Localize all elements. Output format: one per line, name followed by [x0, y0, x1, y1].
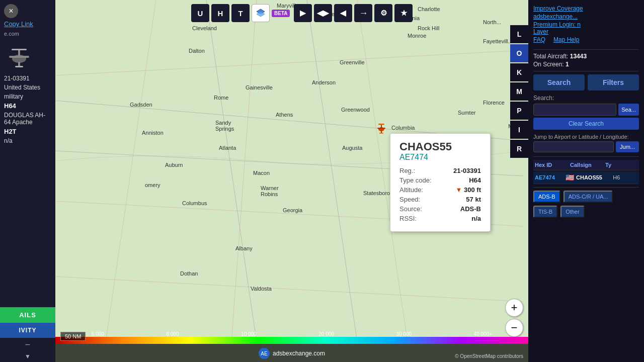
right-panel: Improve Coverage adsbexchange... Premium… — [528, 0, 644, 362]
aircraft-table-row[interactable]: AE7474 🇺🇸 CHAOS55 H6 — [533, 171, 639, 184]
layers-icon — [256, 8, 266, 18]
table-header: Hex ID Callsign Ty — [533, 160, 639, 170]
divider-1 — [533, 49, 639, 50]
zoom-in-button[interactable]: + — [505, 299, 523, 317]
aircraft-name: DOUGLAS AH-64 Apache — [0, 111, 55, 127]
settings-button[interactable]: ⚙ — [374, 4, 392, 22]
map-area[interactable]: Maryville Asheville Gastonia Charlotte R… — [55, 0, 528, 362]
improve-coverage-link[interactable]: Improve Coverage — [533, 5, 639, 12]
zoom-in-icon: + — [511, 301, 518, 314]
popup-source-row: Source: ADS-B — [399, 205, 481, 213]
divider-2 — [533, 71, 639, 71]
left-sidebar: × Copy Link e.com 21-03391 United States… — [0, 0, 55, 362]
source-tisb[interactable]: TIS-B — [533, 206, 557, 218]
popup-callsign: CHAOS55 — [399, 141, 481, 153]
popup-rssi-value: n/a — [471, 215, 481, 222]
source-adsc[interactable]: ADS-C/R / UA... — [564, 191, 613, 203]
arrow-down-indicator: ▼ — [0, 351, 55, 362]
details-button[interactable]: AILS — [0, 307, 55, 323]
svg-rect-5 — [15, 66, 23, 67]
star-button[interactable]: ★ — [394, 4, 413, 22]
aircraft-silhouette — [4, 45, 34, 70]
scale-10000: 10 000 — [241, 331, 257, 337]
letter-r-button[interactable]: R — [510, 140, 528, 158]
arrow-forward-button[interactable]: ▶ — [294, 4, 312, 22]
svg-rect-3 — [12, 49, 27, 50]
letter-o-button[interactable]: O — [510, 44, 528, 62]
close-button[interactable]: × — [4, 4, 18, 18]
row-flag: 🇺🇸 — [566, 173, 574, 182]
search-action-button[interactable]: Sea... — [618, 104, 639, 116]
jump-input[interactable] — [533, 141, 614, 152]
search-section-label: Search: — [533, 95, 639, 102]
faq-link[interactable]: FAQ — [533, 36, 545, 43]
letter-k-button[interactable]: K — [510, 63, 528, 81]
on-screen-row: On Screen: 1 — [533, 61, 639, 68]
altitude-color-scale — [55, 337, 528, 344]
jump-label: Jump to Airport or Latitude / Longitude: — [533, 134, 639, 140]
scale-8000: 8 000 — [166, 331, 179, 337]
login-button[interactable]: → — [354, 4, 372, 22]
col-callsign[interactable]: Callsign — [569, 160, 604, 170]
scroll-down-indicator: – — [0, 338, 55, 351]
popup-type-label: Type code: — [399, 176, 432, 184]
scale-20000: 20 000 — [318, 331, 334, 337]
letter-m-button[interactable]: M — [510, 82, 528, 101]
letter-p-button[interactable]: P — [510, 102, 528, 120]
popup-reg-value: 21-03391 — [453, 167, 481, 174]
search-filters-row: Search Filters — [533, 74, 639, 90]
scale-30000: 30 000 — [396, 331, 412, 337]
on-screen-label: On Screen: — [533, 61, 564, 68]
aircraft-country: United States — [0, 83, 55, 92]
on-screen-count: 1 — [566, 61, 569, 68]
arrow-swap-button[interactable]: ◀▶ — [314, 4, 332, 22]
t-button[interactable]: T — [231, 4, 250, 22]
source-other[interactable]: Other — [560, 206, 585, 218]
map-scale-box: 50 NM — [60, 332, 86, 341]
layers-button[interactable] — [252, 4, 270, 22]
clear-search-button[interactable]: Clear Search — [533, 118, 639, 130]
popup-rssi-row: RSSI: n/a — [399, 215, 481, 222]
row-hex: AE7474 — [535, 174, 566, 180]
close-icon: × — [9, 7, 13, 16]
aircraft-icon — [375, 122, 387, 134]
source-tags-row: ADS-B ADS-C/R / UA... TIS-B Other — [533, 191, 639, 218]
scale-6000: 6 000 — [92, 331, 104, 337]
popup-reg-row: Reg.: 21-03391 — [399, 167, 481, 174]
jump-button[interactable]: Jum... — [616, 141, 639, 152]
filters-button[interactable]: Filters — [588, 74, 639, 90]
activity-button[interactable]: IVITY — [0, 323, 55, 338]
total-aircraft-count: 13443 — [570, 53, 587, 60]
aircraft-reg: 21-03391 — [0, 74, 55, 83]
popup-altitude-row: Altitude: ▼ 300 ft — [399, 186, 481, 194]
aircraft-marker[interactable] — [375, 122, 387, 134]
row-type: H6 — [613, 174, 637, 180]
logo-area: AE adsbexchange.com — [259, 348, 325, 359]
col-type[interactable]: Ty — [604, 160, 639, 170]
arrow-back-button[interactable]: ◀ — [334, 4, 352, 22]
h-button[interactable]: H — [211, 4, 229, 22]
letter-i-button[interactable]: I — [510, 121, 528, 139]
layer-link[interactable]: Layer — [533, 28, 639, 35]
letter-l-button[interactable]: L — [510, 25, 528, 43]
adsbexchange-link[interactable]: adsbexchange... — [533, 13, 639, 20]
search-input-row: Sea... — [533, 104, 639, 116]
premium-login-link[interactable]: Premium Login: n — [533, 21, 581, 28]
u-button[interactable]: U — [191, 4, 209, 22]
logo-text: adsbexchange.com — [273, 350, 325, 357]
map-top-controls: U H T BETA ▶ ◀▶ ◀ → ⚙ ★ — [191, 4, 413, 22]
map-help-link[interactable]: Map Help — [553, 36, 579, 43]
popup-speed-value: 57 kt — [466, 196, 481, 203]
popup-altitude-value: ▼ 300 ft — [456, 186, 481, 194]
col-hexid[interactable]: Hex ID — [533, 160, 569, 170]
popup-reg-label: Reg.: — [399, 167, 415, 174]
search-button[interactable]: Search — [533, 74, 585, 90]
popup-altitude-label: Altitude: — [399, 186, 423, 194]
beta-badge: BETA — [272, 10, 290, 17]
faq-help-row: FAQ Map Help — [533, 36, 639, 44]
search-input[interactable] — [533, 104, 616, 116]
side-letter-buttons: L O K M P I R — [510, 25, 528, 158]
divider-4 — [533, 187, 639, 188]
source-adsb[interactable]: ADS-B — [533, 191, 560, 203]
svg-rect-18 — [381, 125, 382, 128]
